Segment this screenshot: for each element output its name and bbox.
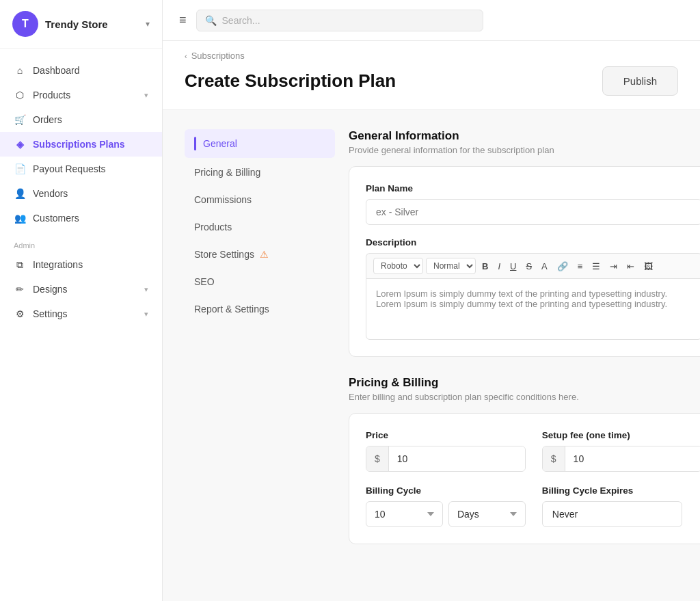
font-select[interactable]: Roboto [373, 258, 423, 274]
price-input-group: $ [366, 446, 526, 472]
sidebar-item-settings[interactable]: ⚙ Settings ▾ [0, 302, 162, 326]
billing-cycle-unit-select[interactable]: Days Weeks Months Years [448, 501, 526, 527]
billing-expires-field: Billing Cycle Expires [542, 485, 700, 527]
form-nav-store-settings[interactable]: Store Settings ⚠ [185, 241, 335, 267]
form-nav-label: SEO [194, 276, 215, 287]
sidebar-item-label: Settings [33, 308, 68, 319]
chevron-down-icon: ▾ [146, 19, 150, 29]
hamburger-menu-icon[interactable]: ≡ [179, 13, 187, 27]
form-nav: General Pricing & Billing Commissions Pr… [185, 129, 335, 582]
warning-icon: ⚠ [260, 249, 269, 260]
store-name: Trendy Store [45, 18, 139, 30]
sidebar-item-products[interactable]: ⬡ Products ▾ [0, 83, 162, 107]
search-icon: 🔍 [205, 15, 217, 26]
tag-icon: ◈ [14, 138, 26, 150]
pricing-card: Price $ Setup fee (one time) $ [349, 413, 700, 544]
sidebar-item-label: Subscriptions Plans [33, 139, 125, 150]
sidebar-item-label: Integrations [33, 259, 83, 270]
plan-name-label: Plan Name [366, 183, 700, 193]
chevron-down-icon: ▾ [144, 91, 148, 100]
person-icon: 👤 [14, 187, 26, 200]
page-header: ‹ Subscriptions Create Subscription Plan… [163, 41, 700, 110]
gear-icon: ⚙ [14, 308, 26, 320]
pricing-section: Pricing & Billing Enter billing and subs… [349, 376, 700, 544]
cart-icon: 🛒 [14, 113, 26, 126]
sidebar-item-vendors[interactable]: 👤 Vendors [0, 181, 162, 206]
setup-fee-field: Setup fee (one time) $ [542, 430, 700, 472]
setup-fee-input[interactable] [565, 446, 700, 471]
form-nav-report-settings[interactable]: Report & Settings [185, 296, 335, 322]
layers-icon: ⧉ [14, 258, 26, 271]
search-bar: 🔍 [196, 10, 483, 31]
setup-fee-prefix: $ [543, 446, 565, 471]
bold-button[interactable]: B [479, 260, 492, 273]
sidebar: T Trendy Store ▾ ⌂ Dashboard ⬡ Products … [0, 0, 163, 601]
home-icon: ⌂ [14, 64, 26, 77]
pricing-section-subtitle: Enter billing and subscription plan spec… [349, 392, 700, 402]
sidebar-item-label: Products [33, 90, 70, 101]
form-nav-label: General [203, 138, 237, 149]
italic-button[interactable]: I [494, 260, 504, 273]
sidebar-item-integrations[interactable]: ⧉ Integrations [0, 252, 162, 277]
billing-expires-input[interactable] [542, 501, 682, 527]
form-nav-label: Report & Settings [194, 304, 269, 315]
setup-fee-label: Setup fee (one time) [542, 430, 700, 440]
form-nav-general[interactable]: General [185, 129, 335, 158]
media-button[interactable]: 🖼 [641, 260, 656, 273]
sidebar-item-orders[interactable]: 🛒 Orders [0, 107, 162, 132]
form-nav-label: Commissions [194, 194, 252, 205]
strikethrough-button[interactable]: S [522, 260, 535, 273]
sidebar-nav: ⌂ Dashboard ⬡ Products ▾ 🛒 Orders ◈ Subs… [0, 49, 162, 601]
general-section-title: General Information [349, 129, 700, 143]
store-avatar: T [12, 11, 38, 37]
general-section-header: General Information Provide general info… [349, 129, 700, 155]
outdent-button[interactable]: ⇤ [623, 260, 638, 273]
back-arrow-icon[interactable]: ‹ [185, 52, 187, 60]
plan-name-input[interactable] [366, 199, 700, 225]
size-select[interactable]: Normal [426, 258, 476, 274]
content-area: ‹ Subscriptions Create Subscription Plan… [163, 41, 700, 601]
sidebar-item-designs[interactable]: ✏ Designs ▾ [0, 277, 162, 302]
sidebar-item-label: Dashboard [33, 65, 80, 76]
price-prefix: $ [366, 446, 389, 471]
ordered-list-button[interactable]: ☰ [589, 260, 604, 273]
form-area: General Pricing & Billing Commissions Pr… [163, 110, 700, 601]
form-nav-products[interactable]: Products [185, 214, 335, 240]
form-nav-seo[interactable]: SEO [185, 269, 335, 295]
sidebar-item-label: Payout Requests [33, 163, 106, 174]
sidebar-item-label: Customers [33, 213, 79, 224]
breadcrumb: ‹ Subscriptions [185, 41, 678, 66]
indent-button[interactable]: ⇥ [606, 260, 621, 273]
store-header[interactable]: T Trendy Store ▾ [0, 0, 162, 49]
breadcrumb-link[interactable]: Subscriptions [191, 51, 245, 61]
underline-button[interactable]: U [507, 260, 520, 273]
sidebar-item-label: Vendors [33, 188, 68, 199]
admin-section-label: Admin [0, 230, 162, 252]
sidebar-item-customers[interactable]: 👥 Customers [0, 206, 162, 230]
file-icon: 📄 [14, 163, 26, 175]
general-section-subtitle: Provide general information for the subs… [349, 145, 700, 155]
sidebar-item-subscriptions-plans[interactable]: ◈ Subscriptions Plans [0, 132, 162, 157]
form-nav-label: Products [194, 222, 232, 232]
price-input[interactable] [389, 446, 525, 471]
form-nav-label: Pricing & Billing [194, 167, 260, 178]
form-nav-pricing-billing[interactable]: Pricing & Billing [185, 159, 335, 185]
publish-button[interactable]: Publish [602, 66, 678, 96]
sidebar-item-label: Orders [33, 114, 62, 125]
price-label: Price [366, 430, 526, 440]
description-label: Description [366, 237, 700, 248]
billing-cycle-number-select[interactable]: 10 [366, 501, 443, 527]
general-section: General Information Provide general info… [349, 129, 700, 357]
text-color-button[interactable]: A [538, 260, 551, 273]
billing-cycle-field: Billing Cycle 10 Days Weeks Months [366, 485, 526, 527]
billing-expires-label: Billing Cycle Expires [542, 485, 700, 496]
billing-cycle-label: Billing Cycle [366, 485, 526, 496]
form-nav-commissions[interactable]: Commissions [185, 187, 335, 213]
list-button[interactable]: ≡ [574, 260, 587, 273]
description-editor[interactable]: Lorem Ipsum is simply dummy text of the … [366, 278, 700, 340]
sidebar-item-dashboard[interactable]: ⌂ Dashboard [0, 58, 162, 83]
sidebar-item-payout-requests[interactable]: 📄 Payout Requests [0, 157, 162, 181]
search-input[interactable] [222, 15, 474, 26]
sidebar-item-label: Designs [33, 284, 68, 295]
link-button[interactable]: 🔗 [554, 260, 571, 273]
